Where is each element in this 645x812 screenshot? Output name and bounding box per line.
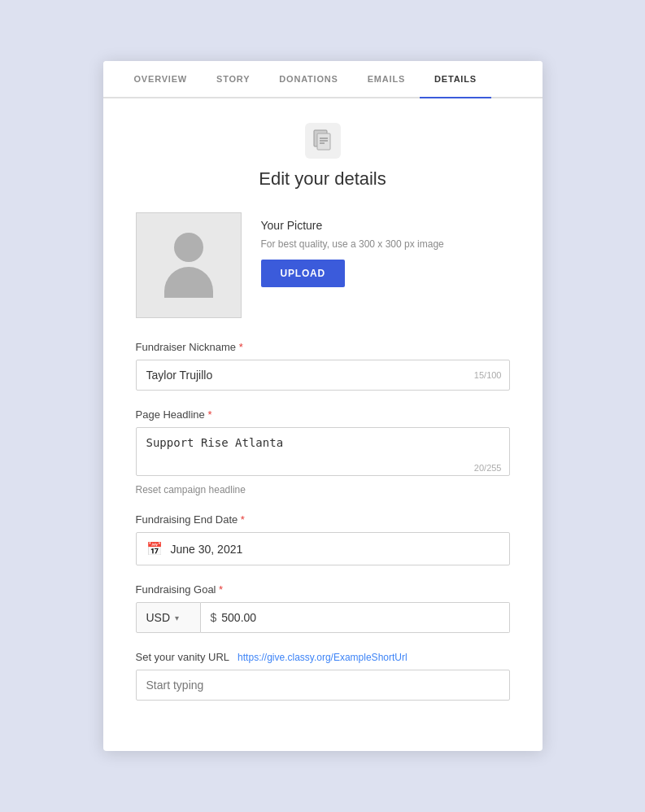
vanity-label: Set your vanity URL	[136, 651, 230, 663]
picture-hint: For best quality, use a 300 x 300 px ima…	[261, 238, 444, 250]
avatar-figure	[164, 233, 213, 298]
nav-tabs: OVERVIEW STORY DONATIONS EMAILS DETAILS	[103, 61, 543, 98]
svg-rect-1	[317, 133, 330, 150]
picture-label: Your Picture	[261, 219, 444, 232]
currency-select[interactable]: USD ▾	[136, 602, 201, 633]
headline-label: Page Headline *	[136, 408, 510, 421]
main-window: OVERVIEW STORY DONATIONS EMAILS DETAILS …	[103, 61, 543, 751]
required-asterisk: *	[236, 341, 243, 353]
date-input-wrapper[interactable]: 📅 June 30, 2021	[136, 532, 510, 565]
reset-headline-link[interactable]: Reset campaign headline	[136, 484, 510, 495]
goal-input[interactable]	[221, 611, 499, 624]
page-title: Edit your details	[136, 168, 510, 190]
page-icon-section	[136, 123, 510, 159]
main-content: Edit your details Your Picture For best …	[103, 98, 543, 751]
vanity-url-field-group: Set your vanity URL https://give.classy.…	[136, 651, 510, 701]
goal-input-wrapper: $	[201, 602, 510, 633]
nickname-field-group: Fundraiser Nickname * 15/100	[136, 341, 510, 391]
end-date-label: Fundraising End Date *	[136, 513, 510, 526]
nickname-input-wrapper: 15/100	[136, 360, 510, 391]
avatar-body	[164, 267, 213, 298]
vanity-url-input[interactable]	[136, 670, 510, 701]
nickname-input[interactable]	[136, 360, 510, 391]
tab-donations[interactable]: DONATIONS	[264, 61, 352, 98]
dollar-sign-icon: $	[211, 611, 217, 624]
document-icon	[305, 123, 341, 159]
vanity-example: https://give.classy.org/ExampleShortUrl	[238, 652, 407, 663]
currency-value: USD	[146, 611, 171, 624]
picture-info: Your Picture For best quality, use a 300…	[261, 212, 444, 287]
picture-section: Your Picture For best quality, use a 300…	[136, 212, 510, 318]
tab-emails[interactable]: EMAILS	[353, 61, 420, 98]
end-date-field-group: Fundraising End Date * 📅 June 30, 2021	[136, 513, 510, 565]
required-asterisk-headline: *	[205, 408, 212, 421]
headline-field-group: Page Headline * Support Rise Atlanta 20/…	[136, 408, 510, 495]
end-date-value: June 30, 2021	[171, 543, 243, 556]
headline-textarea[interactable]: Support Rise Atlanta	[136, 427, 510, 476]
headline-char-count: 20/255	[474, 463, 502, 473]
nickname-char-count: 15/100	[474, 370, 502, 380]
required-asterisk-goal: *	[216, 583, 224, 596]
upload-button[interactable]: UPLOAD	[261, 260, 345, 287]
avatar	[136, 212, 242, 318]
avatar-head	[174, 233, 203, 262]
tab-overview[interactable]: OVERVIEW	[120, 61, 203, 98]
goal-label: Fundraising Goal *	[136, 583, 510, 596]
tab-story[interactable]: STORY	[202, 61, 264, 98]
nickname-label: Fundraiser Nickname *	[136, 341, 510, 353]
vanity-label-row: Set your vanity URL https://give.classy.…	[136, 651, 510, 663]
tab-details[interactable]: DETAILS	[420, 61, 491, 98]
calendar-icon: 📅	[146, 541, 163, 557]
required-asterisk-date: *	[238, 513, 245, 526]
goal-row: USD ▾ $	[136, 602, 510, 633]
chevron-down-icon: ▾	[175, 613, 179, 622]
goal-field-group: Fundraising Goal * USD ▾ $	[136, 583, 510, 633]
headline-textarea-wrapper: Support Rise Atlanta 20/255	[136, 427, 510, 479]
